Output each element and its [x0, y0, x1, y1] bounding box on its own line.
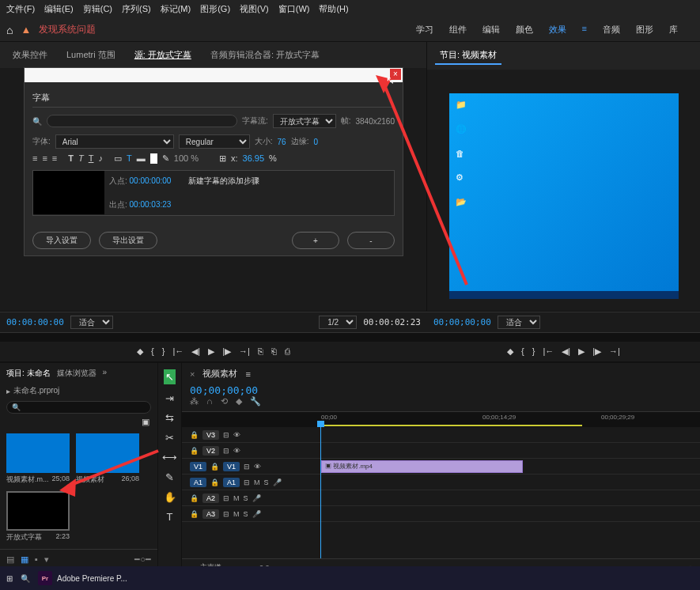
start-icon[interactable]: ⊞: [6, 574, 13, 583]
home-icon[interactable]: ⌂: [6, 24, 13, 36]
toggle-output-icon[interactable]: ⊟: [244, 478, 250, 486]
video-clip[interactable]: ▣ 视频素材.mp4: [321, 460, 523, 473]
tab-audio-mixer[interactable]: 音频剪辑混合器: 开放式字幕: [206, 47, 324, 63]
fill-icon[interactable]: ▬: [137, 153, 146, 164]
toggle-output-icon[interactable]: ⊟: [244, 463, 250, 471]
list-view-icon[interactable]: ▤: [6, 554, 14, 565]
track-a2[interactable]: A2: [202, 494, 219, 503]
source-v1[interactable]: V1: [190, 462, 206, 471]
edge-value[interactable]: 0: [313, 138, 318, 146]
italic-icon[interactable]: T: [78, 153, 84, 164]
toggle-output-icon[interactable]: ⊟: [223, 494, 229, 502]
out-tc[interactable]: 00:00:03:23: [130, 200, 172, 209]
overwrite-icon[interactable]: ⎗: [271, 346, 277, 357]
tab-effect-controls[interactable]: 效果控件: [8, 47, 52, 63]
music-icon[interactable]: ♪: [98, 153, 103, 164]
menu-clip[interactable]: 剪辑(C): [83, 3, 112, 15]
link-icon[interactable]: ⟲: [221, 396, 228, 407]
in-icon[interactable]: {: [521, 346, 524, 357]
out-icon[interactable]: }: [162, 346, 165, 357]
lock-icon[interactable]: 🔒: [210, 478, 219, 486]
align-center-icon[interactable]: ≡: [42, 153, 47, 164]
voiceover-icon[interactable]: 🎤: [252, 510, 261, 518]
in-icon[interactable]: {: [151, 346, 154, 357]
goto-in-icon[interactable]: |←: [543, 346, 554, 357]
marker-icon[interactable]: ◆: [137, 346, 143, 357]
caption-clip-row[interactable]: 入点: 00:00:00:00 出点: 00:00:03:23 新建字幕的添加步…: [32, 170, 395, 216]
caption-search-input[interactable]: [47, 115, 237, 127]
toggle-output-icon[interactable]: ⊟: [223, 431, 229, 439]
tab-graphics[interactable]: 图形: [636, 24, 653, 36]
magnet-icon[interactable]: ∩: [206, 396, 213, 407]
caption-text[interactable]: 新建字幕的添加步骤: [184, 171, 394, 215]
lock-icon[interactable]: 🔒: [190, 510, 199, 518]
track-v1[interactable]: V1: [223, 462, 240, 471]
tab-library[interactable]: 库: [669, 24, 678, 36]
goto-out-icon[interactable]: →|: [239, 346, 250, 357]
icon-view-icon[interactable]: ▦: [21, 554, 28, 565]
mute-icon[interactable]: M: [254, 478, 260, 486]
selection-tool-icon[interactable]: ↖: [164, 369, 176, 384]
play-icon[interactable]: ▶: [208, 346, 214, 357]
work-area-bar[interactable]: [321, 425, 582, 426]
tab-media-browser[interactable]: 媒体浏览器: [57, 368, 96, 379]
play-icon[interactable]: ▶: [578, 346, 585, 357]
voiceover-icon[interactable]: 🎤: [273, 478, 282, 486]
bold-icon[interactable]: T: [68, 153, 74, 164]
toggle-output-icon[interactable]: ⊟: [223, 447, 229, 455]
program-fit-select[interactable]: 适合: [498, 316, 540, 329]
caption-tab[interactable]: 字幕: [32, 89, 395, 108]
align-left-icon[interactable]: ≡: [32, 153, 37, 164]
opacity-value[interactable]: 100 %: [174, 153, 199, 164]
snap-icon[interactable]: ⁂: [190, 396, 199, 407]
menu-file[interactable]: 文件(F): [6, 3, 35, 15]
voiceover-icon[interactable]: 🎤: [252, 494, 261, 502]
marker-icon[interactable]: ◆: [507, 346, 513, 357]
solo-icon[interactable]: S: [244, 494, 248, 502]
add-caption-button[interactable]: +: [292, 232, 339, 249]
weight-select[interactable]: Regular: [179, 134, 250, 149]
timeline-name[interactable]: 视频素材: [202, 368, 237, 380]
program-monitor[interactable]: 📁 🌐 🗑 ⚙ 📂: [449, 93, 679, 299]
solo-icon[interactable]: S: [244, 510, 248, 518]
lock-icon[interactable]: 🔒: [190, 431, 199, 439]
zoom-slider[interactable]: ━○━: [134, 554, 151, 565]
menu-sequence[interactable]: 序列(S): [122, 3, 151, 15]
eye-icon[interactable]: 👁: [233, 447, 240, 455]
taskbar-app[interactable]: Pr Adobe Premiere P...: [38, 571, 127, 585]
goto-out-icon[interactable]: →|: [609, 346, 620, 357]
out-icon[interactable]: }: [532, 346, 535, 357]
solo-icon[interactable]: S: [264, 478, 269, 486]
bg-icon[interactable]: ▭: [114, 153, 122, 164]
eye-icon[interactable]: 👁: [254, 463, 261, 471]
font-select[interactable]: Arial: [55, 134, 174, 149]
tab-assembly[interactable]: 组件: [449, 24, 467, 36]
new-bin-icon[interactable]: ▣: [142, 417, 149, 426]
toggle-output-icon[interactable]: ⊟: [223, 510, 229, 518]
panel-menu-icon[interactable]: ≡: [245, 369, 250, 379]
bin-item[interactable]: 视频素材26;08: [76, 433, 139, 485]
sort-icon[interactable]: ▾: [44, 554, 49, 565]
tab-source-caption[interactable]: 源: 开放式字幕: [130, 47, 196, 63]
tab-lumetri[interactable]: Lumetri 范围: [62, 47, 120, 63]
slip-tool-icon[interactable]: ⟷: [162, 452, 177, 463]
project-search-input[interactable]: 🔍: [6, 401, 151, 414]
size-value[interactable]: 76: [278, 138, 286, 146]
program-ruler[interactable]: [427, 332, 700, 342]
step-back-icon[interactable]: ◀|: [562, 346, 570, 357]
source-res-select[interactable]: 1/2: [319, 316, 357, 329]
eye-icon[interactable]: 👁: [233, 431, 240, 439]
export-frame-icon[interactable]: ⎙: [285, 346, 290, 357]
step-back-icon[interactable]: ◀|: [191, 346, 200, 357]
pen-tool-icon[interactable]: ✎: [165, 471, 174, 483]
swatch-icon[interactable]: [150, 153, 157, 164]
track-v3[interactable]: V3: [202, 430, 219, 440]
track-select-tool-icon[interactable]: ⇥: [165, 392, 174, 404]
track-a3[interactable]: A3: [202, 509, 219, 519]
source-a1[interactable]: A1: [190, 478, 206, 487]
track-a1[interactable]: A1: [223, 478, 240, 487]
source-tc-left[interactable]: 00:00:00:00: [6, 317, 64, 327]
source-ruler[interactable]: [0, 332, 427, 342]
lock-icon[interactable]: 🔒: [190, 494, 199, 502]
close-icon[interactable]: ×: [390, 69, 401, 80]
